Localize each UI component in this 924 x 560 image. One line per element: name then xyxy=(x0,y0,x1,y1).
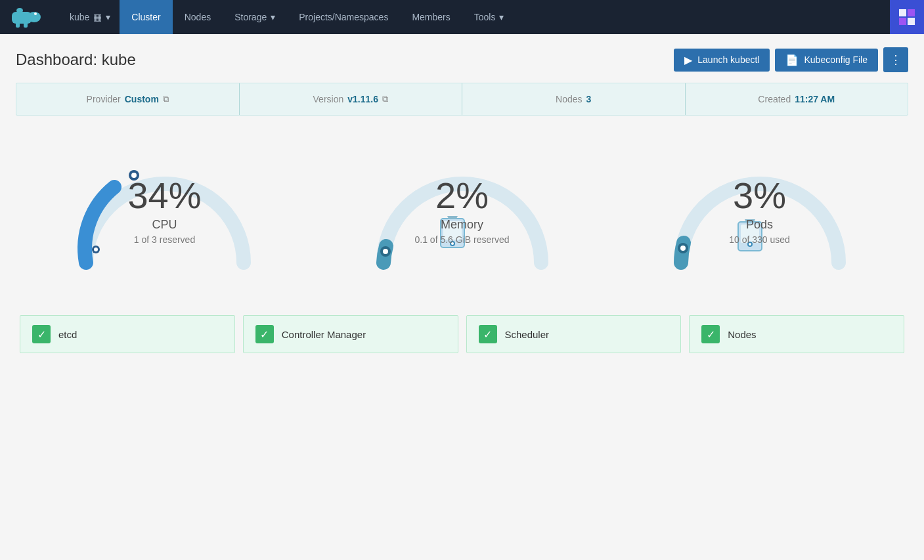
nav-item-projects[interactable]: Projects/Namespaces xyxy=(287,0,400,34)
nav-items-list: Cluster Nodes Storage ▾ Projects/Namespa… xyxy=(120,0,516,34)
app-logo xyxy=(0,0,60,34)
svg-point-15 xyxy=(383,249,388,254)
cluster-selector[interactable]: kube ▦ ▾ xyxy=(60,0,120,34)
info-version: Version v1.11.6 ⧉ xyxy=(240,83,463,115)
chevron-down-icon: ▾ xyxy=(271,12,275,22)
svg-point-22 xyxy=(680,246,686,251)
status-card-etcd: ✓ etcd xyxy=(20,315,235,353)
info-created: Created 11:27 AM xyxy=(686,83,908,115)
page-content: Dashboard: kube ▶ Launch kubectl 📄 Kubec… xyxy=(0,34,924,366)
check-icon-etcd: ✓ xyxy=(32,325,51,343)
info-nodes: Nodes 3 xyxy=(462,83,686,115)
chevron-down-icon: ▾ xyxy=(106,12,110,22)
svg-rect-4 xyxy=(16,22,20,28)
cpu-gauge: 34% CPU 1 of 3 reserved xyxy=(40,138,290,282)
memory-gauge-center: 2% Memory 0.1 of 5.6 GiB reserved xyxy=(338,177,587,245)
nav-item-tools[interactable]: Tools ▾ xyxy=(462,0,516,34)
logo-svg xyxy=(11,5,50,29)
memory-gauge: 2% Memory 0.1 of 5.6 GiB reserved xyxy=(338,138,587,282)
grid-icon[interactable] xyxy=(890,0,924,34)
nav-item-members[interactable]: Members xyxy=(400,0,462,34)
terminal-icon: ▶ xyxy=(684,54,692,66)
chevron-down-icon: ▾ xyxy=(499,12,504,22)
cpu-gauge-center: 34% CPU 1 of 3 reserved xyxy=(40,177,290,245)
svg-rect-8 xyxy=(899,18,906,25)
check-icon-controller-manager: ✓ xyxy=(255,325,274,343)
header-actions: ▶ Launch kubectl 📄 Kubeconfig File ⋮ xyxy=(674,47,908,72)
cluster-icon: ▦ xyxy=(93,12,102,22)
more-options-button[interactable]: ⋮ xyxy=(883,47,908,72)
status-card-scheduler: ✓ Scheduler xyxy=(466,315,682,353)
copy-version-icon[interactable]: ⧉ xyxy=(382,94,388,104)
svg-rect-6 xyxy=(899,9,906,16)
launch-kubectl-button[interactable]: ▶ Launch kubectl xyxy=(674,49,770,72)
page-title: Dashboard: kube xyxy=(16,51,136,69)
cluster-info-bar: Provider Custom ⧉ Version v1.11.6 ⧉ Node… xyxy=(16,83,908,116)
page-header: Dashboard: kube ▶ Launch kubectl 📄 Kubec… xyxy=(16,47,908,72)
nav-item-storage[interactable]: Storage ▾ xyxy=(223,0,287,34)
svg-point-2 xyxy=(16,8,23,13)
svg-rect-9 xyxy=(908,18,915,25)
svg-rect-7 xyxy=(908,9,915,16)
status-card-controller-manager: ✓ Controller Manager xyxy=(243,315,458,353)
info-provider: Provider Custom ⧉ xyxy=(16,83,240,115)
svg-rect-5 xyxy=(24,22,28,28)
nav-right xyxy=(890,0,924,34)
svg-point-3 xyxy=(34,12,37,15)
kubeconfig-file-button[interactable]: 📄 Kubeconfig File xyxy=(775,49,878,72)
status-cards-row: ✓ etcd ✓ Controller Manager ✓ Scheduler … xyxy=(16,315,908,353)
copy-provider-icon[interactable]: ⧉ xyxy=(163,94,169,104)
gauges-row: 34% CPU 1 of 3 reserved xyxy=(16,131,908,302)
file-icon: 📄 xyxy=(785,54,799,66)
pods-gauge: 3% Pods 10 of 330 used xyxy=(635,138,885,282)
svg-point-13 xyxy=(94,248,98,251)
check-icon-scheduler: ✓ xyxy=(479,325,497,343)
svg-point-1 xyxy=(28,12,41,22)
pods-gauge-center: 3% Pods 10 of 330 used xyxy=(635,177,885,245)
nav-item-nodes[interactable]: Nodes xyxy=(173,0,223,34)
status-card-nodes: ✓ Nodes xyxy=(689,315,904,353)
nav-item-cluster[interactable]: Cluster xyxy=(120,0,172,34)
cluster-name: kube xyxy=(70,12,89,22)
check-icon-nodes: ✓ xyxy=(701,325,720,343)
